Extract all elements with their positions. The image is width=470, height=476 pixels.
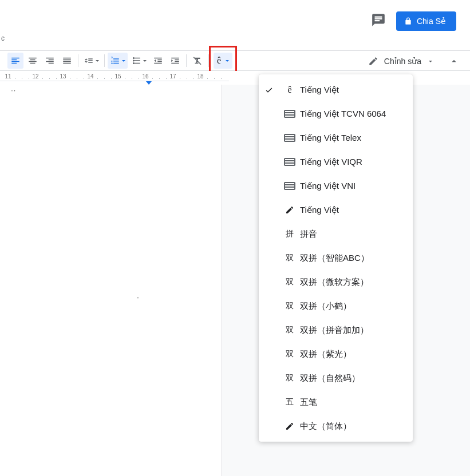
align-left-button[interactable]: [7, 53, 23, 69]
page-text-fragment: ' ': [11, 89, 15, 96]
ime-menu-item[interactable]: Tiếng Việt: [259, 198, 413, 222]
dropdown-arrow-icon: [143, 60, 147, 62]
ime-menu-item[interactable]: 中文（简体）: [259, 414, 413, 438]
ime-menu-item[interactable]: 双双拼（智能ABC）: [259, 246, 413, 270]
keyboard-icon: [279, 134, 300, 142]
ruler-tick-number: 13: [60, 73, 66, 80]
ime-menu-item-label: Tiếng Việt TCVN 6064: [300, 109, 406, 119]
pencil-icon: [368, 56, 378, 66]
dropdown-arrow-icon: [429, 61, 432, 62]
share-button-label: Chia Sẻ: [417, 17, 446, 26]
pencil-icon: [279, 422, 300, 431]
ime-menu-item[interactable]: Tiếng Việt VNI: [259, 174, 413, 198]
ruler-tick-number: 15: [114, 73, 121, 80]
comment-history-icon[interactable]: [371, 13, 386, 30]
increase-indent-button[interactable]: [167, 53, 183, 69]
ime-menu-item[interactable]: 双双拼（小鹤）: [259, 294, 413, 318]
cn-shuang-icon: 双: [279, 325, 300, 335]
ruler-tick-number: 16: [142, 73, 148, 80]
collapse-toolbar-button[interactable]: [448, 55, 460, 67]
numbered-list-button[interactable]: [108, 53, 128, 69]
edit-mode-selector[interactable]: Chỉnh sửa: [364, 52, 437, 70]
ruler-tick-number: 18: [197, 73, 203, 80]
input-method-menu: êTiếng ViệtTiếng Việt TCVN 6064Tiếng Việ…: [259, 74, 413, 442]
cn-wu-icon: 五: [279, 397, 300, 407]
ime-menu-item-label: Tiếng Việt VIQR: [300, 157, 406, 167]
ime-menu-item[interactable]: Tiếng Việt TCVN 6064: [259, 102, 413, 126]
ime-menu-item[interactable]: Tiếng Việt VIQR: [259, 150, 413, 174]
cutoff-fragment: c: [1, 34, 5, 42]
glyph-e-icon: ê: [279, 85, 300, 95]
ime-menu-item-label: Tiếng Việt Telex: [300, 133, 406, 143]
input-method-button[interactable]: ê: [214, 53, 232, 69]
ime-menu-item-label: 双拼（拼音加加）: [300, 325, 406, 336]
ime-menu-item-label: 双拼（微软方案）: [300, 277, 406, 288]
cn-shuang-icon: 双: [279, 349, 300, 359]
ime-menu-item-label: 中文（简体）: [300, 421, 406, 432]
edit-mode-label: Chỉnh sửa: [384, 57, 421, 66]
ime-menu-item-label: 双拼（小鹤）: [300, 301, 406, 312]
ruler-tick-number: 14: [87, 73, 93, 80]
ime-menu-item-label: Tiếng Việt: [300, 205, 406, 215]
cn-shuang-icon: 双: [279, 373, 300, 383]
document-page[interactable]: ' ' ': [0, 85, 222, 476]
ime-menu-item-label: 双拼（智能ABC）: [300, 253, 406, 264]
keyboard-icon: [279, 182, 300, 190]
lock-icon: [404, 17, 412, 25]
ime-menu-item-label: Tiếng Việt: [300, 85, 406, 95]
dropdown-arrow-icon: [226, 60, 229, 62]
pencil-icon: [279, 205, 300, 215]
ruler-tick-number: 17: [169, 73, 176, 80]
ruler-tick-number: 12: [32, 73, 38, 80]
align-justify-button[interactable]: [59, 53, 75, 69]
ime-menu-item-label: 双拼（自然码）: [300, 373, 406, 384]
cn-shuang-icon: 双: [279, 277, 300, 287]
cn-pin-icon: 拼: [279, 229, 300, 239]
ime-menu-item[interactable]: Tiếng Việt Telex: [259, 126, 413, 150]
cn-shuang-icon: 双: [279, 301, 300, 311]
ime-glyph-icon: ê: [217, 55, 221, 66]
ime-menu-item[interactable]: êTiếng Việt: [259, 78, 413, 102]
ime-menu-item-label: 五笔: [300, 397, 406, 408]
ime-menu-item-label: 双拼（紫光）: [300, 349, 406, 360]
align-center-button[interactable]: [25, 53, 41, 69]
ime-menu-item[interactable]: 双双拼（拼音加加）: [259, 318, 413, 342]
ime-menu-item[interactable]: 双双拼（微软方案）: [259, 270, 413, 294]
ime-menu-item-label: Tiếng Việt VNI: [300, 181, 406, 191]
align-right-button[interactable]: [42, 53, 58, 69]
bulleted-list-button[interactable]: [129, 53, 149, 69]
toolbar: ê Chỉnh sửa: [0, 50, 470, 71]
dropdown-arrow-icon: [122, 60, 125, 62]
line-spacing-button[interactable]: [81, 53, 101, 69]
share-button[interactable]: Chia Sẻ: [396, 11, 456, 31]
keyboard-icon: [279, 158, 300, 166]
clear-formatting-button[interactable]: [189, 53, 206, 69]
ime-menu-item[interactable]: 双双拼（紫光）: [259, 342, 413, 366]
ime-menu-item[interactable]: 拼拼音: [259, 222, 413, 246]
keyboard-icon: [279, 110, 300, 118]
ime-menu-item[interactable]: 五五笔: [259, 390, 413, 414]
page-caret-mark: ': [137, 296, 139, 303]
decrease-indent-button[interactable]: [150, 53, 166, 69]
check-icon: [259, 85, 279, 94]
ruler-tick-number: 11: [5, 73, 11, 80]
cn-shuang-icon: 双: [279, 253, 300, 263]
ime-menu-item-label: 拼音: [300, 229, 406, 240]
ime-menu-item[interactable]: 双双拼（自然码）: [259, 366, 413, 390]
dropdown-arrow-icon: [96, 60, 99, 62]
